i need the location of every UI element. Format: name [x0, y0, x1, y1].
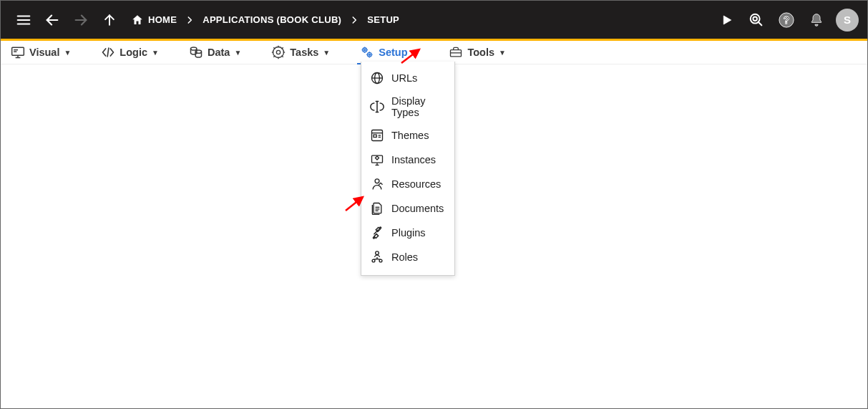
nav-up-icon[interactable]: [95, 6, 124, 34]
gears-icon: [360, 45, 374, 59]
nav-forward-icon: [67, 6, 95, 34]
menu-visual-label: Visual: [29, 47, 59, 58]
chevron-down-icon: ▼: [412, 49, 419, 57]
setup-item-display-types[interactable]: Display Types: [361, 90, 454, 123]
menu-logic-label: Logic: [120, 47, 147, 58]
roles-icon: [370, 250, 384, 264]
documents-icon: [370, 201, 384, 216]
setup-roles-label: Roles: [391, 251, 418, 263]
search-icon[interactable]: [741, 6, 771, 34]
chevron-down-icon: ▼: [152, 49, 159, 57]
avatar[interactable]: S: [836, 9, 859, 32]
setup-item-plugins[interactable]: Plugins: [361, 221, 454, 245]
setup-item-themes[interactable]: Themes: [361, 123, 454, 148]
svg-rect-51: [374, 135, 376, 137]
hamburger-menu-icon[interactable]: [9, 6, 38, 34]
plugins-icon: [370, 226, 384, 240]
breadcrumb-setup[interactable]: SETUP: [363, 6, 404, 34]
chevron-down-icon: ▼: [323, 49, 330, 57]
svg-point-63: [376, 251, 379, 255]
svg-point-32: [369, 54, 370, 55]
display-types-icon: [370, 100, 384, 114]
svg-point-19: [277, 50, 281, 54]
chevron-down-icon: ▼: [234, 49, 241, 57]
breadcrumb-app-label: APPLICATIONS (BOOK CLUB): [203, 14, 341, 25]
breadcrumb-applications[interactable]: APPLICATIONS (BOOK CLUB): [198, 6, 346, 34]
menu-tasks[interactable]: Tasks ▼: [268, 41, 333, 64]
svg-point-62: [373, 237, 374, 239]
database-icon: [189, 45, 203, 59]
breadcrumb-page-label: SETUP: [367, 14, 399, 25]
themes-icon: [370, 128, 384, 143]
code-icon: [101, 45, 115, 59]
svg-text:?: ?: [784, 14, 789, 25]
svg-line-16: [108, 48, 109, 57]
svg-point-17: [190, 47, 196, 50]
menu-setup[interactable]: Setup ▼: [357, 41, 421, 64]
svg-point-61: [380, 227, 381, 228]
top-bar: HOME APPLICATIONS (BOOK CLUB) SETUP: [1, 1, 867, 39]
menu-tools[interactable]: Tools ▼: [446, 41, 509, 64]
setup-item-resources[interactable]: Resources: [361, 172, 454, 196]
setup-plugins-label: Plugins: [391, 227, 426, 239]
menu-tasks-label: Tasks: [290, 47, 318, 58]
setup-dropdown: URLs Display Types Themes Instances Reso…: [361, 62, 455, 276]
avatar-initial: S: [844, 14, 851, 26]
setup-instances-label: Instances: [391, 154, 436, 165]
breadcrumb: HOME APPLICATIONS (BOOK CLUB) SETUP: [127, 6, 404, 34]
setup-display-types-label: Display Types: [391, 95, 446, 118]
setup-item-instances[interactable]: Instances: [361, 148, 454, 172]
play-icon[interactable]: [711, 6, 741, 34]
svg-point-29: [363, 48, 367, 52]
menu-data-label: Data: [208, 47, 230, 58]
chevron-down-icon: ▼: [499, 49, 506, 57]
svg-point-8: [753, 16, 757, 21]
setup-documents-label: Documents: [391, 203, 444, 214]
toolbox-icon: [449, 45, 463, 59]
breadcrumb-home[interactable]: HOME: [127, 6, 181, 34]
svg-line-67: [374, 259, 377, 260]
chevron-right-icon: [181, 6, 198, 34]
help-icon[interactable]: ?: [771, 6, 801, 34]
chevron-down-icon: ▼: [64, 49, 71, 57]
svg-point-57: [375, 179, 379, 183]
setup-item-urls[interactable]: URLs: [361, 66, 454, 90]
setup-item-roles[interactable]: Roles: [361, 245, 454, 269]
svg-rect-11: [12, 47, 24, 55]
resources-icon: [370, 177, 384, 191]
instances-icon: [370, 153, 384, 167]
svg-line-68: [377, 259, 381, 260]
svg-line-7: [759, 21, 762, 25]
menu-data[interactable]: Data ▼: [186, 41, 244, 64]
setup-urls-label: URLs: [391, 72, 417, 84]
setup-item-documents[interactable]: Documents: [361, 196, 454, 221]
globe-icon: [370, 71, 384, 85]
nav-back-icon[interactable]: [38, 6, 67, 34]
svg-point-30: [364, 49, 366, 51]
menu-logic[interactable]: Logic ▼: [98, 41, 162, 64]
monitor-icon: [11, 45, 25, 59]
menu-tools-label: Tools: [467, 47, 494, 58]
setup-resources-label: Resources: [391, 178, 441, 190]
menu-visual[interactable]: Visual ▼: [8, 41, 74, 64]
setup-themes-label: Themes: [391, 130, 429, 141]
bell-icon[interactable]: [801, 6, 832, 34]
svg-point-31: [368, 52, 372, 57]
breadcrumb-home-label: HOME: [148, 14, 177, 25]
chevron-right-icon: [346, 6, 363, 34]
gear-icon: [271, 45, 286, 59]
home-icon: [131, 14, 144, 27]
menu-setup-label: Setup: [379, 47, 407, 58]
